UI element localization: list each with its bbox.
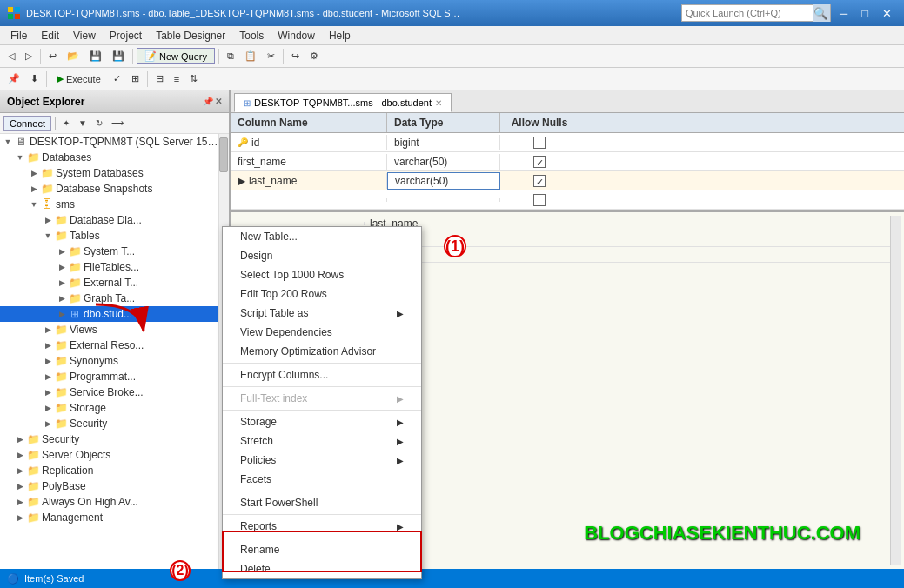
back-button[interactable]: ◁ (3, 48, 19, 64)
restore-button[interactable]: □ (856, 4, 874, 22)
filter-button[interactable]: ⬇ (26, 70, 43, 87)
context-menu-item-design[interactable]: Design (223, 246, 421, 265)
tab-dbo-student[interactable]: ⊞ DESKTOP-TQPNM8T...sms - dbo.student ✕ (234, 93, 452, 112)
tree-item-service-broke[interactable]: ▶ 📁 Service Broke... (0, 384, 218, 400)
query-results-button[interactable]: ⊞ (127, 70, 144, 87)
execute-button[interactable]: ▶ Execute (50, 70, 107, 87)
forward-button[interactable]: ▷ (21, 48, 37, 64)
tree-item-filetable[interactable]: ▶ 📁 FileTables... (0, 259, 218, 275)
tree-item-security-top[interactable]: ▶ 📁 Security (0, 431, 218, 447)
tree-item-sms[interactable]: ▼ 🗄 sms (0, 197, 218, 212)
pin-button[interactable]: 📌 (3, 70, 24, 87)
context-menu-item-encrypt-columns---[interactable]: Encrypt Columns... (223, 365, 421, 384)
menu-item-project[interactable]: Project (103, 28, 149, 43)
main-area: Object Explorer 📌 ✕ Connect ✦ ▼ ↻ ⟶ ▼ 🖥 … (0, 90, 904, 569)
firstname-null-checkbox[interactable]: ✓ (533, 156, 546, 168)
context-menu-item-storage[interactable]: Storage▶ (223, 412, 421, 431)
context-menu-item-new-table---[interactable]: New Table... (223, 227, 421, 246)
menu-item-help[interactable]: Help (322, 28, 358, 43)
context-menu-item-reports[interactable]: Reports▶ (223, 517, 421, 536)
oe-new-object-button[interactable]: ✦ (59, 117, 73, 130)
tree-item-polybase[interactable]: ▶ 📁 PolyBase (0, 478, 218, 494)
quick-launch-input[interactable] (682, 8, 813, 18)
search-button[interactable]: 🔍 (813, 4, 830, 22)
copy-button[interactable]: ⧉ (223, 48, 238, 64)
tree-item-management[interactable]: ▶ 📁 Management (0, 510, 218, 525)
props-scrollbar[interactable] (890, 216, 901, 565)
tree-item-tables[interactable]: ▼ 📁 Tables (0, 228, 218, 244)
oe-scrollbar-thumb[interactable] (219, 137, 228, 172)
context-menu-item-view-dependencies[interactable]: View Dependencies (223, 323, 421, 342)
new-query-button[interactable]: 📝 New Query (137, 48, 215, 64)
table-row[interactable] (231, 190, 904, 210)
empty-null-checkbox[interactable] (533, 194, 546, 206)
tree-item-system-t[interactable]: ▶ 📁 System T... (0, 244, 218, 259)
menu-item-view[interactable]: View (66, 28, 103, 43)
menu-item-window[interactable]: Window (271, 28, 322, 43)
sort-button[interactable]: ⇅ (185, 70, 202, 87)
quick-launch-search[interactable]: 🔍 (681, 4, 831, 22)
context-menu-item-start-powershell[interactable]: Start PowerShell (223, 493, 421, 512)
oe-close-icon[interactable]: ✕ (215, 97, 222, 106)
cut-button[interactable]: ✂ (263, 48, 279, 64)
close-button[interactable]: ✕ (877, 4, 897, 22)
menu-item-edit[interactable]: Edit (34, 28, 66, 43)
context-menu-item-memory-optimization-advisor[interactable]: Memory Optimization Advisor (223, 342, 421, 361)
lastname-null-checkbox[interactable]: ✓ (533, 175, 546, 187)
menu-item-table designer[interactable]: Table Designer (149, 28, 232, 43)
minimize-button[interactable]: ─ (834, 4, 853, 22)
tree-item-external-reso[interactable]: ▶ 📁 External Reso... (0, 337, 218, 353)
tree-item-databases[interactable]: ▼ 📁 Databases (0, 150, 218, 165)
check-syntax-button[interactable]: ✓ (109, 70, 125, 87)
save-button[interactable]: 💾 (85, 48, 106, 64)
tree-item-dbo-student[interactable]: ▶ ⊞ dbo.stud... (0, 306, 218, 322)
context-menu-item-select-top-1000-rows[interactable]: Select Top 1000 Rows (223, 265, 421, 284)
context-menu-item-rename[interactable]: Rename (223, 540, 421, 559)
undo-button[interactable]: ↩ (44, 48, 61, 64)
new-query-label: New Query (159, 51, 207, 62)
snapshots-expander: ▶ (28, 183, 40, 195)
storage-sms-expander: ▶ (42, 402, 54, 414)
context-menu-item-stretch[interactable]: Stretch▶ (223, 431, 421, 451)
context-menu-item-policies[interactable]: Policies▶ (223, 451, 421, 470)
context-menu-item-facets[interactable]: Facets (223, 470, 421, 489)
paste-button[interactable]: 📋 (240, 48, 261, 64)
columns-button[interactable]: ⊟ (151, 70, 168, 87)
tree-item-graph-ta[interactable]: ▶ 📁 Graph Ta... (0, 291, 218, 306)
context-menu-item-edit-top-200-rows[interactable]: Edit Top 200 Rows (223, 284, 421, 304)
table-row[interactable]: 🔑 id bigint (231, 133, 904, 152)
table-row[interactable]: ▶ last_name varchar(50) ✓ (231, 171, 904, 190)
mgmt-expander: ▶ (14, 511, 26, 524)
oe-move-button[interactable]: ⟶ (108, 117, 127, 130)
tree-item-storage-sms[interactable]: ▶ 📁 Storage (0, 400, 218, 416)
tree-item-server-objects[interactable]: ▶ 📁 Server Objects (0, 447, 218, 463)
tree-item-server[interactable]: ▼ 🖥 DESKTOP-TQPNM8T (SQL Server 15.0.200… (0, 134, 218, 150)
table-row[interactable]: first_name varchar(50) ✓ (231, 152, 904, 171)
menu-item-file[interactable]: File (3, 28, 34, 43)
open-file-button[interactable]: 📂 (63, 48, 84, 64)
context-menu-item-script-table-as[interactable]: Script Table as▶ (223, 304, 421, 323)
tree-item-views[interactable]: ▶ 📁 Views (0, 322, 218, 337)
security-sms-label: Security (70, 418, 218, 430)
redo-button[interactable]: ↪ (287, 48, 304, 64)
sms-expander: ▼ (28, 198, 40, 210)
rows-button[interactable]: ≡ (170, 71, 184, 87)
tree-item-db-snapshots[interactable]: ▶ 📁 Database Snapshots (0, 181, 218, 197)
id-null-checkbox[interactable] (533, 137, 546, 149)
save-all-button[interactable]: 💾 (108, 48, 129, 64)
debug-button[interactable]: ⚙ (305, 48, 323, 64)
oe-refresh-button[interactable]: ↻ (92, 117, 106, 130)
tree-item-synonyms[interactable]: ▶ 📁 Synonyms (0, 353, 218, 369)
context-menu-item-delete[interactable]: Delete (223, 559, 421, 578)
tab-close-button[interactable]: ✕ (435, 98, 442, 108)
tree-item-security-sms[interactable]: ▶ 📁 Security (0, 416, 218, 431)
tree-item-system-databases[interactable]: ▶ 📁 System Databases (0, 165, 218, 181)
tree-item-replication[interactable]: ▶ 📁 Replication (0, 463, 218, 478)
menu-item-tools[interactable]: Tools (232, 28, 271, 43)
tree-item-programmat[interactable]: ▶ 📁 Programmat... (0, 369, 218, 384)
connect-button[interactable]: Connect (3, 116, 51, 131)
oe-filter-button[interactable]: ▼ (75, 117, 90, 130)
tree-item-always-on[interactable]: ▶ 📁 Always On High Av... (0, 494, 218, 510)
tree-item-external-t[interactable]: ▶ 📁 External T... (0, 275, 218, 291)
tree-item-db-diag[interactable]: ▶ 📁 Database Dia... (0, 212, 218, 228)
